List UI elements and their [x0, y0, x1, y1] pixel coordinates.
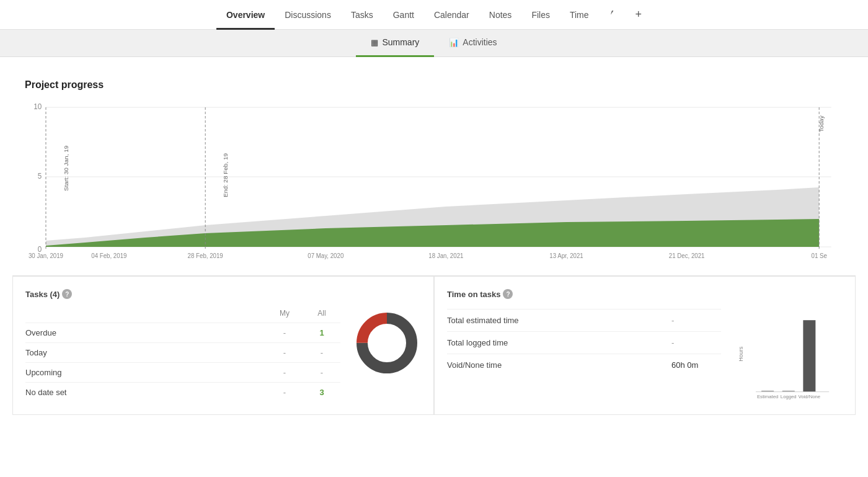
tab-activities[interactable]: 📊 Activities — [434, 30, 512, 57]
nav-item-notes[interactable]: Notes — [479, 0, 522, 30]
sub-tab-bar: ▦ Summary 📊 Activities — [0, 30, 868, 57]
donut-svg — [353, 309, 421, 377]
time-panel-title: Time on tasks ? — [447, 289, 843, 299]
task-row-upcoming: Upcoming - - — [25, 362, 340, 382]
svg-text:Void/None: Void/None — [799, 394, 821, 399]
tasks-table: My All Overdue - 1 Today - - — [25, 309, 340, 402]
svg-text:28 Feb, 2019: 28 Feb, 2019 — [188, 252, 224, 259]
time-bar-chart: Hours Estimated Log — [731, 309, 843, 402]
progress-chart-svg: 10 5 0 Start: 30 Jan, 19 — [25, 98, 843, 259]
svg-text:21 Dec, 2021: 21 Dec, 2021 — [669, 252, 705, 259]
svg-text:10: 10 — [33, 102, 42, 111]
nav-item-files[interactable]: Files — [521, 0, 560, 30]
nav-item-add[interactable]: + — [626, 0, 652, 30]
summary-icon: ▦ — [371, 38, 378, 47]
svg-text:30 Jan, 2019: 30 Jan, 2019 — [29, 252, 64, 259]
bottom-panels: Tasks (4) ? My All Overdue - 1 — [12, 275, 856, 415]
svg-text:Start: 30 Jan, 19: Start: 30 Jan, 19 — [63, 145, 69, 191]
nav-item-chart[interactable]: ⎖ — [599, 0, 626, 30]
tab-summary-label: Summary — [382, 37, 419, 47]
top-navigation: Overview Discussions Tasks Gantt Calenda… — [0, 0, 868, 30]
nav-item-overview[interactable]: Overview — [216, 0, 275, 30]
svg-text:Hours: Hours — [738, 346, 744, 362]
time-help-icon[interactable]: ? — [503, 289, 513, 299]
svg-text:04 Feb, 2019: 04 Feb, 2019 — [91, 252, 127, 259]
project-progress-section: Project progress 10 5 0 — [12, 69, 856, 269]
nav-item-tasks[interactable]: Tasks — [341, 0, 383, 30]
tab-summary[interactable]: ▦ Summary — [356, 30, 434, 57]
tasks-panel-title: Tasks (4) ? — [25, 289, 421, 299]
nav-item-gantt[interactable]: Gantt — [383, 0, 424, 30]
svg-text:End: 28 Feb, 19: End: 28 Feb, 19 — [222, 153, 229, 197]
tasks-help-icon[interactable]: ? — [62, 289, 72, 299]
nav-item-discussions[interactable]: Discussions — [275, 0, 341, 30]
svg-rect-28 — [803, 320, 815, 391]
time-layout: Total estimated time - Total logged time… — [447, 309, 843, 402]
main-content: Project progress 10 5 0 — [0, 57, 868, 415]
time-row-estimated: Total estimated time - — [447, 309, 721, 331]
donut-chart — [353, 309, 421, 377]
nav-item-time[interactable]: Time — [560, 0, 599, 30]
svg-text:18 Jan, 2021: 18 Jan, 2021 — [428, 252, 463, 259]
tasks-layout: My All Overdue - 1 Today - - — [25, 309, 421, 402]
task-row-overdue: Overdue - 1 — [25, 323, 340, 342]
nav-item-calendar[interactable]: Calendar — [424, 0, 479, 30]
progress-chart: 10 5 0 Start: 30 Jan, 19 — [25, 98, 843, 259]
tasks-header: My All — [25, 309, 340, 318]
svg-text:5: 5 — [38, 172, 42, 181]
svg-text:07 May, 2020: 07 May, 2020 — [308, 252, 344, 259]
tasks-panel: Tasks (4) ? My All Overdue - 1 — [12, 276, 434, 415]
tab-activities-label: Activities — [463, 37, 497, 47]
time-row-logged: Total logged time - — [447, 331, 721, 354]
svg-text:Today: Today — [818, 115, 825, 132]
svg-point-24 — [371, 327, 403, 359]
activities-icon: 📊 — [449, 38, 459, 47]
svg-text:Estimated: Estimated — [757, 394, 778, 399]
project-progress-title: Project progress — [25, 79, 843, 91]
svg-text:Logged: Logged — [781, 394, 797, 399]
task-row-today: Today - - — [25, 342, 340, 362]
time-table: Total estimated time - Total logged time… — [447, 309, 721, 376]
svg-text:01 Se: 01 Se — [812, 252, 828, 259]
time-panel: Time on tasks ? Total estimated time - T… — [434, 276, 856, 415]
time-row-void: Void/None time 60h 0m — [447, 354, 721, 376]
time-bar-chart-svg: Hours Estimated Log — [731, 309, 843, 402]
svg-text:13 Apr, 2021: 13 Apr, 2021 — [549, 252, 583, 259]
task-row-no-date: No date set - 3 — [25, 382, 340, 402]
